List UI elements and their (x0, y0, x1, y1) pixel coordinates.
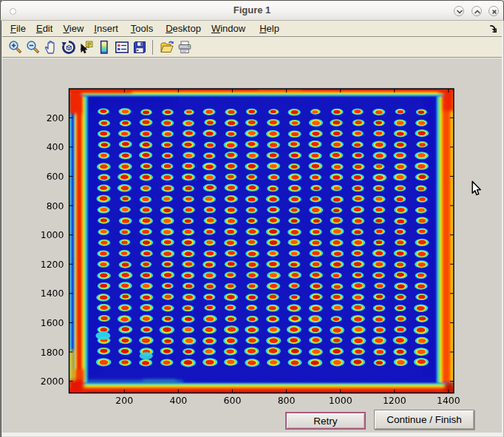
y-tick-label: 800 (47, 200, 64, 211)
data-cursor-button[interactable] (78, 38, 95, 56)
x-tick-label: 1400 (437, 395, 460, 406)
x-tick-label: 400 (169, 395, 187, 406)
print-button[interactable] (176, 38, 194, 56)
y-tick-label: 1800 (41, 347, 64, 358)
x-tick-label: 200 (115, 395, 133, 406)
y-tick-label: 1000 (41, 229, 64, 240)
continue-finish-button[interactable]: Continue / Finish (374, 410, 474, 430)
minimize-button[interactable] (454, 6, 464, 16)
open-button[interactable] (158, 38, 176, 56)
dock-figure-icon[interactable] (489, 25, 497, 33)
rotate-3d-icon (61, 40, 76, 55)
title-bar[interactable]: Figure 1 (0, 0, 504, 21)
toolbar-separator (152, 40, 153, 55)
zoom-out-button[interactable] (24, 38, 42, 56)
maximize-button[interactable] (471, 6, 482, 16)
insert-colorbar-icon (97, 40, 112, 55)
insert-colorbar-button[interactable] (95, 38, 113, 56)
print-icon (177, 40, 192, 55)
heatmap-image (69, 89, 454, 393)
save-icon (132, 40, 147, 55)
close-button[interactable] (488, 6, 499, 16)
menu-window[interactable]: Window (211, 23, 245, 34)
y-tick-label: 1600 (41, 317, 64, 328)
pan-icon (44, 40, 58, 55)
y-tick-label: 400 (47, 141, 64, 152)
y-tick-label: 600 (47, 171, 64, 182)
rotate-3d-button[interactable] (60, 38, 78, 56)
x-tick-label: 1000 (329, 395, 353, 406)
menu-tools[interactable]: Tools (131, 23, 153, 34)
open-icon (160, 40, 174, 55)
menu-bar: FileEditViewInsertToolsDesktopWindowHelp (2, 21, 502, 37)
mouse-cursor (470, 180, 481, 197)
menu-desktop[interactable]: Desktop (166, 23, 201, 34)
plate-heatmap-plot[interactable]: 2004006008001000120014002004006008001000… (2, 58, 502, 433)
figure-window: Figure 1 FileEditViewInsertToolsDesktopW… (0, 0, 504, 437)
chevron-down-icon (454, 7, 465, 17)
menu-help[interactable]: Help (259, 23, 279, 34)
chevron-up-icon (472, 7, 483, 17)
close-icon (489, 7, 500, 17)
y-tick-label: 1200 (41, 259, 64, 270)
figure-canvas: 2004006008001000120014002004006008001000… (2, 58, 502, 433)
insert-legend-button[interactable] (113, 38, 131, 56)
zoom-in-button[interactable] (7, 38, 24, 56)
menu-insert[interactable]: Insert (94, 23, 118, 34)
x-tick-label: 1200 (383, 395, 406, 406)
pan-button[interactable] (42, 38, 60, 56)
y-tick-label: 2000 (41, 376, 64, 387)
x-tick-label: 600 (224, 395, 242, 406)
x-tick-label: 800 (278, 395, 296, 406)
y-tick-label: 200 (47, 112, 64, 123)
insert-legend-icon (115, 40, 129, 55)
menu-file[interactable]: File (10, 23, 26, 34)
figure-toolbar (2, 38, 502, 58)
menu-view[interactable]: View (63, 23, 84, 34)
window-title: Figure 1 (1, 4, 503, 16)
save-button[interactable] (131, 38, 149, 56)
menu-edit[interactable]: Edit (36, 23, 52, 34)
retry-button[interactable]: Retry (285, 412, 366, 430)
zoom-in-icon (8, 40, 23, 55)
y-tick-label: 1400 (41, 288, 64, 299)
zoom-out-icon (26, 40, 41, 55)
data-cursor-icon (79, 40, 94, 55)
